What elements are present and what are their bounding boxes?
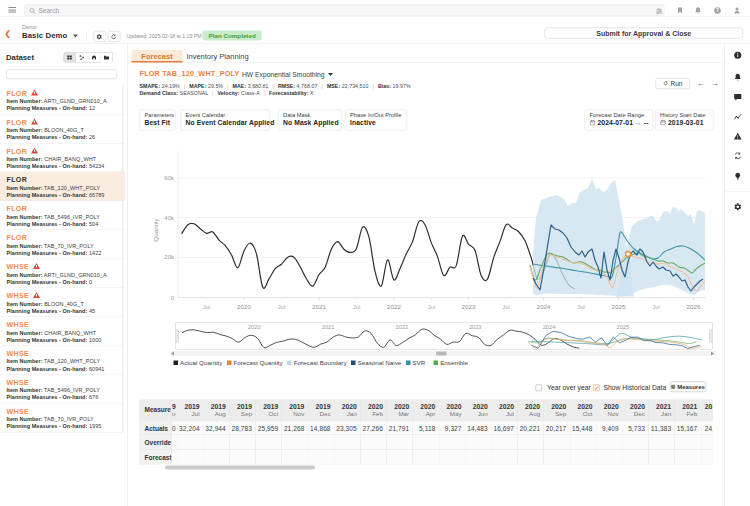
svg-text:Jul: Jul (428, 304, 435, 310)
svg-text:Jul: Jul (577, 304, 584, 310)
svg-text:2020: 2020 (248, 324, 261, 330)
svg-text:60k: 60k (164, 175, 175, 181)
svg-text:2025: 2025 (617, 324, 630, 330)
svg-text:2022: 2022 (396, 324, 409, 330)
svg-text:20k: 20k (164, 254, 175, 260)
svg-text:Jul: Jul (203, 304, 210, 310)
svg-text:Jul: Jul (353, 304, 360, 310)
svg-text:2023: 2023 (462, 303, 476, 310)
svg-text:2026: 2026 (687, 303, 701, 310)
svg-text:?: ? (716, 8, 719, 13)
svg-text:2022: 2022 (387, 303, 401, 310)
svg-text:Jul: Jul (652, 304, 659, 310)
svg-text:2021: 2021 (322, 324, 335, 330)
svg-text:2024: 2024 (543, 324, 556, 330)
svg-text:2025: 2025 (612, 303, 626, 310)
svg-text:40k: 40k (164, 215, 175, 221)
svg-text:2020: 2020 (237, 303, 251, 310)
svg-text:2023: 2023 (469, 324, 482, 330)
svg-text:Quantity: Quantity (152, 217, 159, 241)
svg-text:Jul: Jul (278, 304, 285, 310)
svg-text:2021: 2021 (312, 303, 326, 310)
svg-text:2024: 2024 (537, 303, 551, 310)
svg-text:0: 0 (171, 295, 175, 301)
svg-text:Jul: Jul (502, 304, 509, 310)
